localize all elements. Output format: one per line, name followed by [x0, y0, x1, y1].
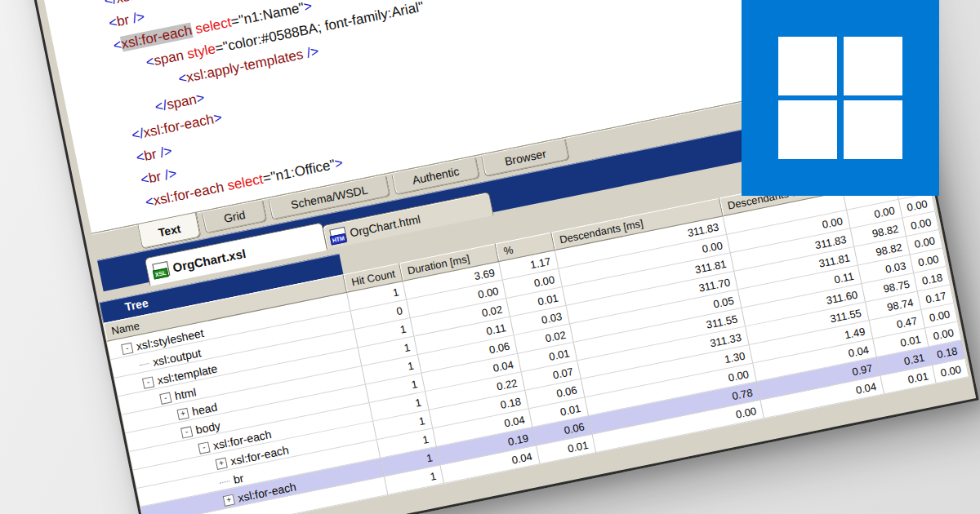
xml-attribute-name: style	[185, 41, 216, 62]
expand-icon[interactable]: +	[176, 407, 189, 419]
xml-bracket: />	[159, 166, 178, 184]
xml-attribute-name: select	[194, 15, 233, 37]
logo-square	[778, 100, 837, 159]
expand-icon[interactable]: +	[223, 494, 235, 506]
file-type-badge: HTM	[330, 233, 347, 245]
collapse-icon[interactable]: -	[142, 376, 154, 388]
collapse-icon[interactable]: -	[159, 392, 172, 404]
htm-file-icon: HTM	[329, 226, 347, 243]
xml-bracket: />	[301, 43, 320, 61]
file-type-badge: XSL	[153, 268, 168, 279]
social-card: </xsl:for-each><br /><xsl:for-each selec…	[0, 0, 980, 514]
tree-connector	[139, 362, 149, 365]
tree-connector	[220, 481, 229, 483]
xml-attribute-name: select	[226, 171, 265, 193]
xml-bracket: />	[127, 9, 146, 27]
logo-square	[844, 37, 902, 95]
xml-element-name: span	[165, 91, 198, 113]
logo-square	[778, 37, 837, 95]
xml-bracket: />	[155, 143, 174, 161]
xsl-file-icon: XSL	[152, 261, 170, 278]
logo-square	[844, 100, 902, 159]
collapse-icon[interactable]: -	[198, 441, 210, 454]
node-name: br	[232, 472, 244, 486]
microsoft-logo	[742, 0, 939, 196]
xml-bracket: </	[103, 0, 118, 9]
collapse-icon[interactable]: -	[121, 342, 133, 354]
collapse-icon[interactable]: -	[180, 426, 193, 438]
expand-icon[interactable]: +	[215, 457, 227, 469]
xml-element-name: span	[153, 47, 185, 69]
